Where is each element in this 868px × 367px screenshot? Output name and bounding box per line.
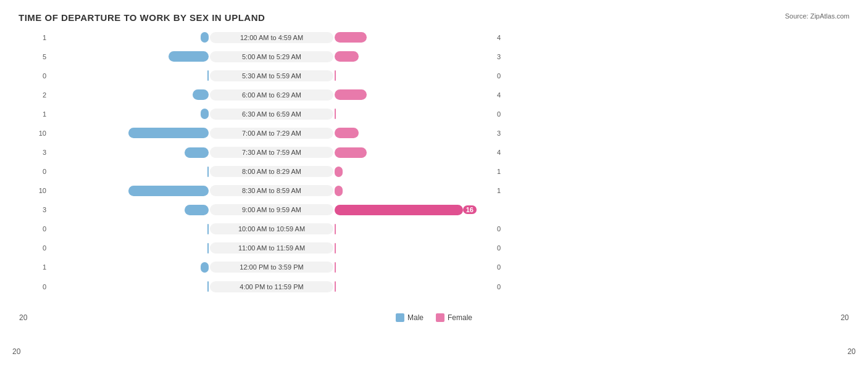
male-bar (128, 186, 209, 196)
table-row: 0 4:00 PM to 11:59 PM 0 (31, 277, 837, 296)
male-bar (207, 70, 209, 81)
table-row: 1 12:00 AM to 4:59 AM 4 (31, 28, 837, 47)
time-label: 8:00 AM to 8:29 AM (210, 166, 333, 177)
table-row: 0 11:00 AM to 11:59 AM 0 (31, 239, 837, 258)
female-bar (335, 128, 359, 138)
legend-male: Male (396, 313, 424, 322)
female-bar (335, 89, 367, 100)
time-label: 12:00 AM to 4:59 AM (210, 32, 333, 43)
male-bar (169, 51, 209, 62)
female-value: 4 (494, 149, 512, 156)
female-value: 0 (494, 110, 512, 118)
table-row: 1 12:00 PM to 3:59 PM 0 (31, 258, 837, 277)
male-bar (201, 262, 209, 273)
female-bar: 16 (335, 205, 463, 215)
male-value: 10 (31, 130, 49, 137)
male-bar (201, 109, 209, 119)
time-label: 10:00 AM to 10:59 AM (210, 223, 333, 234)
table-row: 1 6:30 AM to 6:59 AM 0 (31, 104, 837, 123)
female-bar (335, 109, 336, 119)
female-value: 4 (494, 91, 512, 99)
male-value: 1 (31, 110, 49, 118)
highlight-badge: 16 (463, 205, 477, 214)
rows-area: 1 12:00 AM to 4:59 AM 4 5 5:00 AM to 5:2… (31, 28, 837, 296)
time-label: 11:00 AM to 11:59 AM (210, 242, 333, 254)
table-row: 10 8:30 AM to 8:59 AM 1 (31, 181, 837, 200)
time-label: 5:00 AM to 5:29 AM (210, 51, 333, 62)
female-bar (335, 281, 336, 292)
male-value: 2 (31, 91, 49, 99)
female-value: 0 (494, 263, 512, 271)
male-value: 0 (31, 225, 49, 233)
female-bar (335, 262, 336, 273)
legend-female: Female (436, 313, 472, 322)
bottom-right-label: 20 (848, 347, 856, 356)
chart-main: 1 12:00 AM to 4:59 AM 4 5 5:00 AM to 5:2… (19, 28, 849, 327)
male-value: 0 (31, 168, 49, 175)
male-legend-box (396, 313, 404, 322)
time-label: 6:00 AM to 6:29 AM (210, 89, 333, 101)
male-value: 1 (31, 263, 49, 271)
female-value: 3 (494, 53, 512, 60)
female-label: Female (448, 313, 472, 322)
male-value: 0 (31, 244, 49, 252)
male-value: 3 (31, 149, 49, 156)
male-value: 5 (31, 53, 49, 60)
time-label: 5:30 AM to 5:59 AM (210, 70, 333, 81)
chart-legend: 20 Male Female 20 (396, 313, 472, 322)
time-label: 12:00 PM to 3:59 PM (210, 262, 333, 273)
female-bar (335, 51, 359, 62)
time-label: 4:00 PM to 11:59 PM (210, 281, 333, 292)
time-label: 9:00 AM to 9:59 AM (210, 204, 333, 215)
right-axis-val: 20 (841, 313, 849, 322)
male-bar (193, 89, 209, 100)
table-row: 0 10:00 AM to 10:59 AM 0 (31, 220, 837, 239)
male-bar (207, 281, 209, 292)
female-value: 0 (494, 244, 512, 252)
female-bar (335, 224, 336, 234)
table-row: 0 8:00 AM to 8:29 AM 1 (31, 162, 837, 181)
female-legend-box (436, 313, 444, 322)
male-bar (201, 32, 209, 43)
table-row: 0 5:30 AM to 5:59 AM 0 (31, 66, 837, 85)
female-bar (335, 32, 367, 43)
female-value: 1 (494, 168, 512, 175)
male-bar (207, 224, 209, 234)
left-axis-val: 20 (19, 313, 27, 322)
chart-container: TIME OF DEPARTURE TO WORK BY SEX IN UPLA… (0, 0, 868, 367)
male-bar (207, 243, 209, 254)
female-value: 0 (494, 283, 512, 291)
male-bar (185, 205, 209, 215)
chart-title: TIME OF DEPARTURE TO WORK BY SEX IN UPLA… (19, 12, 849, 23)
female-value: 4 (494, 34, 512, 41)
table-row: 10 7:00 AM to 7:29 AM 3 (31, 123, 837, 142)
time-label: 7:00 AM to 7:29 AM (210, 128, 333, 139)
male-label: Male (407, 313, 424, 322)
female-value: 1 (494, 187, 512, 194)
male-value: 1 (31, 34, 49, 41)
time-label: 7:30 AM to 7:59 AM (210, 147, 333, 158)
table-row: 3 9:00 AM to 9:59 AM 16 (31, 200, 837, 220)
time-label: 6:30 AM to 6:59 AM (210, 109, 333, 120)
male-value: 3 (31, 206, 49, 213)
male-bar (185, 147, 209, 158)
table-row: 2 6:00 AM to 6:29 AM 4 (31, 85, 837, 104)
female-value: 0 (494, 225, 512, 233)
male-value: 10 (31, 187, 49, 194)
female-bar (335, 70, 336, 81)
female-bar (335, 147, 367, 158)
male-bar (128, 128, 209, 138)
male-bar (207, 167, 209, 177)
source-label: Source: ZipAtlas.com (785, 12, 849, 20)
female-value: 3 (494, 130, 512, 137)
table-row: 3 7:30 AM to 7:59 AM 4 (31, 142, 837, 162)
bottom-left-label: 20 (12, 347, 20, 356)
female-bar (335, 186, 343, 196)
male-value: 0 (31, 72, 49, 80)
female-value: 0 (494, 72, 512, 80)
female-bar (335, 167, 343, 177)
male-value: 0 (31, 283, 49, 291)
table-row: 5 5:00 AM to 5:29 AM 3 (31, 47, 837, 66)
female-bar (335, 243, 336, 254)
time-label: 8:30 AM to 8:59 AM (210, 185, 333, 196)
